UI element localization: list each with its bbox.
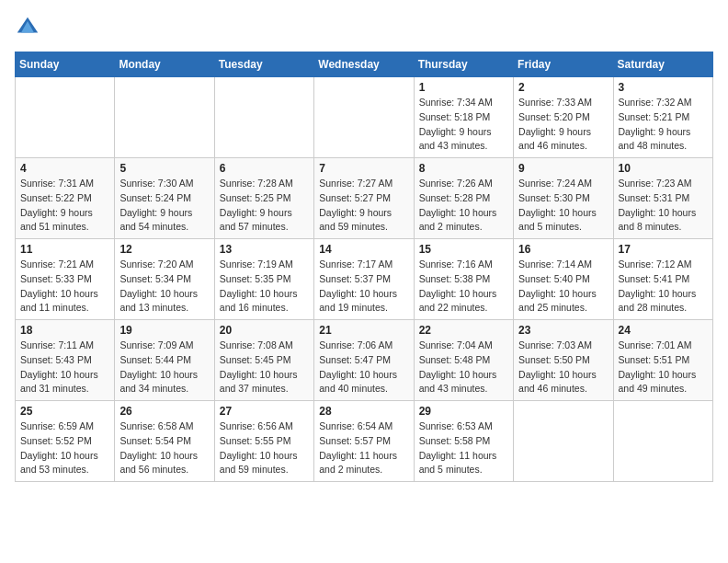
calendar-cell: 9Sunrise: 7:24 AM Sunset: 5:30 PM Daylig…	[514, 158, 613, 239]
calendar-cell: 1Sunrise: 7:34 AM Sunset: 5:18 PM Daylig…	[414, 77, 513, 158]
day-number: 26	[119, 405, 209, 418]
day-info: Sunrise: 7:20 AM Sunset: 5:34 PM Dayligh…	[119, 258, 209, 316]
day-info: Sunrise: 7:17 AM Sunset: 5:37 PM Dayligh…	[319, 258, 408, 316]
day-info: Sunrise: 6:58 AM Sunset: 5:54 PM Dayligh…	[119, 419, 209, 477]
day-number: 23	[518, 324, 608, 337]
calendar-week-row: 11Sunrise: 7:21 AM Sunset: 5:33 PM Dayli…	[16, 239, 713, 320]
day-number: 2	[518, 81, 608, 94]
calendar-cell: 21Sunrise: 7:06 AM Sunset: 5:47 PM Dayli…	[314, 320, 414, 401]
day-info: Sunrise: 7:16 AM Sunset: 5:38 PM Dayligh…	[419, 258, 508, 316]
day-number: 11	[20, 243, 109, 256]
day-info: Sunrise: 7:08 AM Sunset: 5:45 PM Dayligh…	[220, 339, 309, 396]
day-info: Sunrise: 7:09 AM Sunset: 5:44 PM Dayligh…	[119, 339, 209, 396]
calendar-week-row: 25Sunrise: 6:59 AM Sunset: 5:52 PM Dayli…	[16, 401, 713, 482]
day-number: 27	[220, 405, 309, 418]
day-info: Sunrise: 7:26 AM Sunset: 5:28 PM Dayligh…	[419, 177, 508, 235]
day-info: Sunrise: 7:34 AM Sunset: 5:18 PM Dayligh…	[419, 96, 508, 154]
calendar-week-row: 4Sunrise: 7:31 AM Sunset: 5:22 PM Daylig…	[16, 158, 713, 239]
weekday-header: Thursday	[414, 52, 513, 77]
day-number: 28	[319, 405, 408, 418]
day-info: Sunrise: 6:54 AM Sunset: 5:57 PM Dayligh…	[319, 419, 408, 477]
day-info: Sunrise: 7:19 AM Sunset: 5:35 PM Dayligh…	[220, 258, 309, 316]
calendar-week-row: 1Sunrise: 7:34 AM Sunset: 5:18 PM Daylig…	[16, 77, 713, 158]
day-number: 1	[419, 81, 508, 94]
calendar-cell	[16, 77, 115, 158]
day-number: 12	[119, 243, 209, 256]
calendar-cell: 4Sunrise: 7:31 AM Sunset: 5:22 PM Daylig…	[16, 158, 115, 239]
calendar-cell: 25Sunrise: 6:59 AM Sunset: 5:52 PM Dayli…	[16, 401, 115, 482]
calendar-cell: 13Sunrise: 7:19 AM Sunset: 5:35 PM Dayli…	[214, 239, 313, 320]
day-number: 18	[20, 324, 109, 337]
day-number: 25	[20, 405, 109, 418]
calendar-cell	[314, 77, 414, 158]
calendar-week-row: 18Sunrise: 7:11 AM Sunset: 5:43 PM Dayli…	[16, 320, 713, 401]
calendar-cell: 28Sunrise: 6:54 AM Sunset: 5:57 PM Dayli…	[314, 401, 414, 482]
calendar-cell: 27Sunrise: 6:56 AM Sunset: 5:55 PM Dayli…	[214, 401, 313, 482]
calendar-cell: 29Sunrise: 6:53 AM Sunset: 5:58 PM Dayli…	[414, 401, 513, 482]
day-info: Sunrise: 7:12 AM Sunset: 5:41 PM Dayligh…	[619, 258, 708, 316]
calendar-cell: 14Sunrise: 7:17 AM Sunset: 5:37 PM Dayli…	[314, 239, 414, 320]
weekday-header: Saturday	[613, 52, 712, 77]
day-info: Sunrise: 7:21 AM Sunset: 5:33 PM Dayligh…	[20, 258, 109, 316]
weekday-header: Friday	[514, 52, 613, 77]
day-number: 4	[20, 162, 109, 175]
day-info: Sunrise: 7:03 AM Sunset: 5:50 PM Dayligh…	[518, 339, 608, 396]
calendar-cell: 5Sunrise: 7:30 AM Sunset: 5:24 PM Daylig…	[115, 158, 214, 239]
day-info: Sunrise: 7:11 AM Sunset: 5:43 PM Dayligh…	[20, 339, 109, 396]
calendar-cell: 26Sunrise: 6:58 AM Sunset: 5:54 PM Dayli…	[115, 401, 214, 482]
day-info: Sunrise: 7:33 AM Sunset: 5:20 PM Dayligh…	[518, 96, 608, 154]
day-number: 24	[619, 324, 708, 337]
calendar-cell	[514, 401, 613, 482]
day-info: Sunrise: 7:28 AM Sunset: 5:25 PM Dayligh…	[220, 177, 309, 235]
calendar-cell: 23Sunrise: 7:03 AM Sunset: 5:50 PM Dayli…	[514, 320, 613, 401]
day-number: 13	[220, 243, 309, 256]
weekday-header: Sunday	[16, 52, 115, 77]
calendar-cell: 20Sunrise: 7:08 AM Sunset: 5:45 PM Dayli…	[214, 320, 313, 401]
calendar-cell: 24Sunrise: 7:01 AM Sunset: 5:51 PM Dayli…	[613, 320, 712, 401]
day-info: Sunrise: 7:23 AM Sunset: 5:31 PM Dayligh…	[619, 177, 708, 235]
weekday-header: Monday	[115, 52, 214, 77]
calendar-header-row: SundayMondayTuesdayWednesdayThursdayFrid…	[16, 52, 713, 77]
day-info: Sunrise: 7:06 AM Sunset: 5:47 PM Dayligh…	[319, 339, 408, 396]
day-number: 7	[319, 162, 408, 175]
day-number: 17	[619, 243, 708, 256]
day-info: Sunrise: 7:14 AM Sunset: 5:40 PM Dayligh…	[518, 258, 608, 316]
calendar-cell: 19Sunrise: 7:09 AM Sunset: 5:44 PM Dayli…	[115, 320, 214, 401]
day-number: 14	[319, 243, 408, 256]
calendar-cell: 15Sunrise: 7:16 AM Sunset: 5:38 PM Dayli…	[414, 239, 513, 320]
day-info: Sunrise: 7:27 AM Sunset: 5:27 PM Dayligh…	[319, 177, 408, 235]
logo	[15, 15, 44, 40]
calendar-cell: 11Sunrise: 7:21 AM Sunset: 5:33 PM Dayli…	[16, 239, 115, 320]
day-info: Sunrise: 7:30 AM Sunset: 5:24 PM Dayligh…	[119, 177, 209, 235]
calendar-cell: 6Sunrise: 7:28 AM Sunset: 5:25 PM Daylig…	[214, 158, 313, 239]
day-number: 22	[419, 324, 508, 337]
calendar-cell: 8Sunrise: 7:26 AM Sunset: 5:28 PM Daylig…	[414, 158, 513, 239]
weekday-header: Tuesday	[214, 52, 313, 77]
day-info: Sunrise: 7:01 AM Sunset: 5:51 PM Dayligh…	[619, 339, 708, 396]
day-number: 8	[419, 162, 508, 175]
day-info: Sunrise: 7:32 AM Sunset: 5:21 PM Dayligh…	[619, 96, 708, 154]
day-info: Sunrise: 6:53 AM Sunset: 5:58 PM Dayligh…	[419, 419, 508, 477]
calendar-cell: 3Sunrise: 7:32 AM Sunset: 5:21 PM Daylig…	[613, 77, 712, 158]
day-info: Sunrise: 6:56 AM Sunset: 5:55 PM Dayligh…	[220, 419, 309, 477]
day-info: Sunrise: 6:59 AM Sunset: 5:52 PM Dayligh…	[20, 419, 109, 477]
day-number: 15	[419, 243, 508, 256]
calendar-cell: 10Sunrise: 7:23 AM Sunset: 5:31 PM Dayli…	[613, 158, 712, 239]
day-number: 10	[619, 162, 708, 175]
calendar-cell: 17Sunrise: 7:12 AM Sunset: 5:41 PM Dayli…	[613, 239, 712, 320]
calendar-cell	[115, 77, 214, 158]
calendar-cell: 7Sunrise: 7:27 AM Sunset: 5:27 PM Daylig…	[314, 158, 414, 239]
day-number: 21	[319, 324, 408, 337]
day-number: 19	[119, 324, 209, 337]
day-number: 9	[518, 162, 608, 175]
day-number: 5	[119, 162, 209, 175]
weekday-header: Wednesday	[314, 52, 414, 77]
logo-icon	[15, 15, 40, 40]
day-info: Sunrise: 7:24 AM Sunset: 5:30 PM Dayligh…	[518, 177, 608, 235]
day-number: 29	[419, 405, 508, 418]
calendar-cell: 12Sunrise: 7:20 AM Sunset: 5:34 PM Dayli…	[115, 239, 214, 320]
calendar-cell: 18Sunrise: 7:11 AM Sunset: 5:43 PM Dayli…	[16, 320, 115, 401]
day-number: 16	[518, 243, 608, 256]
calendar-cell	[613, 401, 712, 482]
day-number: 6	[220, 162, 309, 175]
